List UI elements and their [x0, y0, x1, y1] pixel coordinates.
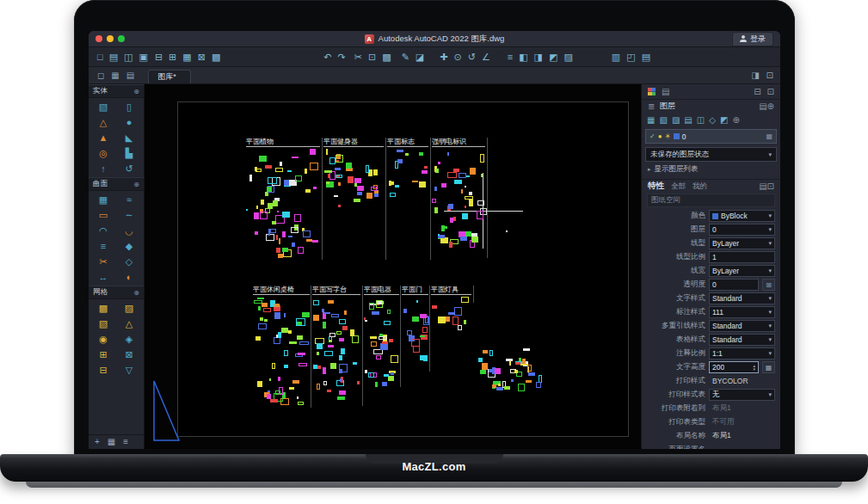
- add-palette-icon[interactable]: +: [95, 438, 100, 446]
- tab-mine[interactable]: 我的: [693, 181, 707, 192]
- surface-blend-icon[interactable]: ◠: [99, 225, 108, 236]
- panel-pin-icon[interactable]: ⊟: [754, 88, 760, 96]
- property-value-text-style[interactable]: Standard▾: [709, 292, 775, 304]
- property-value-plot-style-table[interactable]: 无▾: [709, 389, 775, 401]
- chevron-down-icon[interactable]: ▾: [768, 267, 772, 274]
- image-attach-icon[interactable]: ▨: [563, 52, 572, 62]
- property-value-dim-style[interactable]: 111▾: [709, 306, 775, 318]
- surface-loft-icon[interactable]: ≈: [126, 194, 132, 205]
- palette-section-header[interactable]: 实体⊕: [89, 84, 144, 98]
- new-file-icon[interactable]: □: [97, 52, 103, 62]
- chevron-down-icon[interactable]: ▾: [768, 226, 772, 233]
- property-value-lineweight[interactable]: ByLayer▾: [709, 265, 775, 277]
- section-menu-icon[interactable]: ⊕: [133, 289, 139, 297]
- clean-screen-icon[interactable]: ◨: [751, 71, 759, 80]
- tab-all[interactable]: 全部: [671, 181, 686, 192]
- solid-sphere-icon[interactable]: ●: [126, 117, 132, 127]
- property-value-linetype-scale[interactable]: 1: [709, 251, 775, 263]
- panel-close-icon[interactable]: ⊡: [767, 88, 774, 96]
- surface-patch-icon[interactable]: ◡: [125, 225, 133, 236]
- revolve-icon[interactable]: ↺: [125, 163, 132, 174]
- lock-layer-icon[interactable]: ◩: [720, 116, 728, 125]
- print-icon[interactable]: ⊟: [155, 52, 163, 62]
- redo-icon[interactable]: ↷: [338, 52, 346, 62]
- block-group[interactable]: 平面标志: [387, 138, 428, 202]
- save-as-icon[interactable]: ▣: [139, 52, 147, 62]
- block-group[interactable]: 平面植物: [246, 138, 320, 262]
- polysolid-icon[interactable]: ▙: [126, 148, 132, 158]
- zoom-icon[interactable]: ⊙: [453, 52, 461, 62]
- cut-icon[interactable]: ✂: [354, 52, 362, 62]
- set-current-layer-icon[interactable]: ▨: [672, 116, 680, 125]
- solid-torus-icon[interactable]: ◎: [99, 148, 108, 158]
- save-icon[interactable]: ◫: [124, 52, 132, 62]
- plot-preview-icon[interactable]: ⊞: [169, 52, 176, 62]
- mesh-sphere-icon[interactable]: ◉: [99, 334, 108, 344]
- palette-section-header[interactable]: 网格⊕: [89, 286, 144, 299]
- undo-icon[interactable]: ↶: [323, 52, 331, 62]
- chevron-down-icon[interactable]: ▾: [768, 309, 772, 316]
- solid-box-icon[interactable]: ▧: [99, 101, 108, 112]
- surface-planar-icon[interactable]: ▭: [99, 210, 108, 220]
- freeze-layer-icon[interactable]: ◇: [709, 116, 716, 125]
- chevron-down-icon[interactable]: ▾: [768, 391, 772, 398]
- property-value-mleader-style[interactable]: Standard▾: [709, 320, 775, 332]
- block-group[interactable]: 平面休闲桌椅: [253, 286, 310, 406]
- spinner-control[interactable]: ▴▾: [753, 364, 755, 371]
- mesh-cone-icon[interactable]: ▨: [125, 303, 133, 313]
- palette-section-header[interactable]: 曲面⊕: [89, 177, 144, 191]
- pan-icon[interactable]: ✚: [440, 52, 447, 62]
- property-value-text-height[interactable]: 200▴▾: [709, 361, 759, 373]
- erase-icon[interactable]: ◪: [416, 52, 424, 62]
- chevron-down-icon[interactable]: ▾: [768, 240, 772, 247]
- palette-list-icon[interactable]: ≡: [123, 438, 128, 446]
- property-value-annotation-scale[interactable]: 1:1▾: [709, 347, 775, 360]
- layer-filter-icon[interactable]: ▤: [759, 101, 766, 111]
- drawing-canvas[interactable]: 平面植物平面健身器平面标志强弱电标识平面休闲桌椅平面写字台平面电器平面门平面灯具: [145, 84, 641, 449]
- palette-icon[interactable]: [648, 88, 656, 95]
- pick-add-icon[interactable]: ⊡: [767, 181, 774, 191]
- layer-on-icon[interactable]: ●: [658, 133, 662, 140]
- solid-pyramid-icon[interactable]: ▲: [99, 132, 108, 143]
- design-center-icon[interactable]: ◰: [626, 52, 635, 62]
- chevron-down-icon[interactable]: ▾: [768, 212, 772, 219]
- block-group[interactable]: 平面写字台: [312, 286, 360, 406]
- solid-cone-icon[interactable]: △: [100, 117, 107, 127]
- open-file-icon[interactable]: ▤: [109, 52, 118, 62]
- measure-icon[interactable]: ∠: [482, 52, 490, 62]
- surface-sculpt-icon[interactable]: ◐: [126, 272, 132, 282]
- grid-display-icon[interactable]: ▦: [111, 71, 119, 80]
- mesh-cylinder-icon[interactable]: ▧: [99, 318, 108, 329]
- solid-wedge-icon[interactable]: ◣: [126, 132, 132, 143]
- property-value-linetype[interactable]: ByLayer▾: [709, 237, 775, 249]
- mesh-box-icon[interactable]: ▩: [99, 303, 108, 313]
- property-value-transparency[interactable]: 0: [709, 279, 759, 291]
- tool-palettes-icon[interactable]: ▥: [612, 52, 620, 62]
- match-properties-icon[interactable]: ✎: [402, 52, 409, 62]
- chevron-down-icon[interactable]: ▾: [768, 295, 772, 302]
- drawing-tab[interactable]: 图库*: [148, 70, 191, 83]
- fullscreen-window-button[interactable]: [118, 35, 125, 42]
- new-layer-icon[interactable]: ▦: [647, 116, 655, 125]
- mesh-smooth-icon[interactable]: ⊠: [125, 349, 132, 360]
- block-group[interactable]: 强弱电标识: [432, 138, 485, 254]
- layer-status-icon[interactable]: ✓: [649, 133, 656, 140]
- surface-extend-icon[interactable]: ↔: [99, 272, 108, 282]
- layer-states-icon[interactable]: ▤: [684, 116, 692, 125]
- panel-list-icon[interactable]: ▤: [662, 88, 669, 96]
- block-group[interactable]: [477, 342, 540, 392]
- chevron-down-icon[interactable]: ▾: [768, 323, 772, 329]
- mesh-wedge-icon[interactable]: ◈: [126, 334, 132, 344]
- layer-properties-icon[interactable]: ≡: [508, 52, 513, 62]
- selection-cycling-icon[interactable]: ◻: [97, 71, 104, 80]
- block-group[interactable]: 平面门: [402, 286, 428, 372]
- property-side-button[interactable]: ▦: [762, 361, 775, 373]
- mesh-pyramid-icon[interactable]: △: [126, 318, 132, 329]
- layer-panel-menu-icon[interactable]: ⊕: [767, 101, 774, 111]
- layer-color-swatch[interactable]: [674, 133, 680, 139]
- quick-select-icon[interactable]: ▤: [759, 181, 766, 191]
- layer-settings-icon[interactable]: ⊕: [732, 116, 739, 125]
- solid-cylinder-icon[interactable]: ▯: [126, 101, 132, 112]
- mesh-refine-icon[interactable]: ⊟: [99, 365, 107, 375]
- batch-plot-icon[interactable]: ▩: [212, 52, 220, 62]
